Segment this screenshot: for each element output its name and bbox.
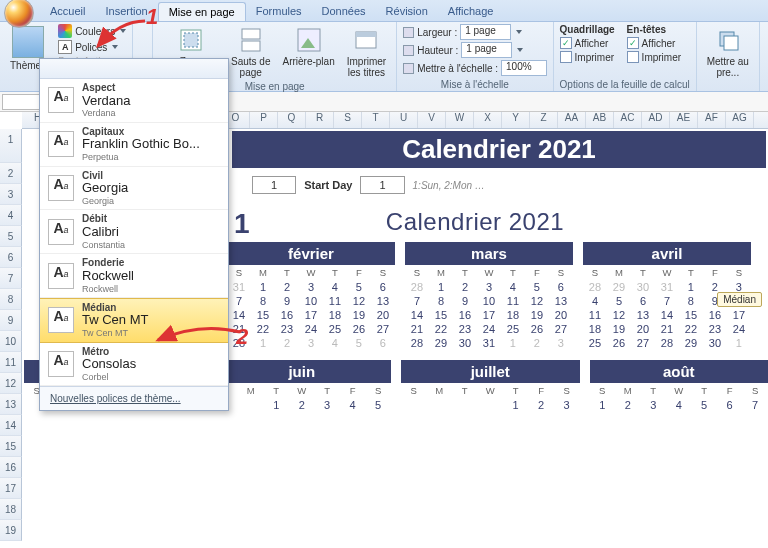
- chevron-down-icon: [517, 48, 523, 52]
- col-AD[interactable]: AD: [642, 112, 670, 128]
- background-button[interactable]: Arrière-plan: [278, 24, 338, 69]
- row-3[interactable]: 3: [0, 184, 22, 205]
- row-1[interactable]: 1: [0, 129, 22, 163]
- group-scale: Largeur :1 page Hauteur :1 page Mettre à…: [397, 22, 553, 91]
- callout-1: 1: [146, 4, 158, 30]
- col-W[interactable]: W: [446, 112, 474, 128]
- col-AC[interactable]: AC: [614, 112, 642, 128]
- subtitle: 1Calendrier 2021: [182, 200, 768, 242]
- col-AG[interactable]: AG: [726, 112, 754, 128]
- tab-révision[interactable]: Révision: [376, 2, 438, 21]
- col-S[interactable]: S: [334, 112, 362, 128]
- col-X[interactable]: X: [474, 112, 502, 128]
- print-titles-icon: [352, 26, 380, 54]
- row-18[interactable]: 18: [0, 499, 22, 520]
- svg-rect-9: [724, 36, 738, 50]
- month-header: juillet: [401, 360, 580, 383]
- col-R[interactable]: R: [306, 112, 334, 128]
- start-day-box[interactable]: 1: [360, 176, 404, 194]
- row-9[interactable]: 9: [0, 310, 22, 331]
- col-Y[interactable]: Y: [502, 112, 530, 128]
- row-16[interactable]: 16: [0, 457, 22, 478]
- row-17[interactable]: 17: [0, 478, 22, 499]
- banner-title: Calendrier 2021: [232, 131, 766, 168]
- month-header: mars: [405, 242, 573, 265]
- font-item-fonderie[interactable]: AaFonderieRockwellRockwell: [40, 254, 228, 298]
- font-swatch-icon: Aa: [48, 175, 74, 201]
- group-label: Options de la feuille de calcul: [560, 78, 690, 90]
- month-août: aoûtSMTWTFS1234567: [590, 360, 769, 412]
- grid-print-check[interactable]: Imprimer: [560, 51, 615, 63]
- col-AA[interactable]: AA: [558, 112, 586, 128]
- col-Q[interactable]: Q: [278, 112, 306, 128]
- row-19[interactable]: 19: [0, 520, 22, 541]
- background-icon: [295, 26, 323, 54]
- arrange-button[interactable]: Mettre au pre...: [703, 24, 753, 80]
- height-icon: [403, 45, 414, 56]
- svg-rect-3: [242, 41, 260, 51]
- row-7[interactable]: 7: [0, 268, 22, 289]
- row-5[interactable]: 5: [0, 226, 22, 247]
- chevron-down-icon: [516, 30, 522, 34]
- row-4[interactable]: 4: [0, 205, 22, 226]
- row-12[interactable]: 12: [0, 373, 22, 394]
- row-2[interactable]: 2: [0, 163, 22, 184]
- font-item-débit[interactable]: AaDébitCalibriConstantia: [40, 210, 228, 254]
- row-headers[interactable]: 12345678910111213141516171819: [0, 129, 22, 541]
- month-mars: marsSMTWTFS28123456789101112131415161718…: [405, 242, 573, 350]
- col-V[interactable]: V: [418, 112, 446, 128]
- font-item-capitaux[interactable]: AaCapitauxFranklin Gothic Bo...Perpetua: [40, 123, 228, 167]
- width-select[interactable]: 1 page: [460, 24, 511, 40]
- height-select[interactable]: 1 page: [461, 42, 512, 58]
- scale-select[interactable]: 100%: [501, 60, 547, 76]
- font-swatch-icon: Aa: [48, 263, 74, 289]
- col-U[interactable]: U: [390, 112, 418, 128]
- fonts-dropdown[interactable]: AaAspectVerdanaVerdanaAaCapitauxFranklin…: [39, 58, 229, 411]
- group-label: Mise à l'échelle: [403, 78, 546, 90]
- grid-show-check[interactable]: ✓Afficher: [560, 37, 615, 49]
- month-header: juin: [213, 360, 392, 383]
- print-area-icon: [177, 26, 205, 54]
- font-swatch-icon: Aa: [48, 307, 74, 333]
- themes-icon: [12, 26, 44, 58]
- group-arrange: Mettre au pre...: [697, 22, 760, 91]
- fonts-icon: A: [58, 40, 72, 54]
- start-day-note: 1:Sun, 2:Mon …: [413, 180, 485, 191]
- row-8[interactable]: 8: [0, 289, 22, 310]
- year-box[interactable]: 1: [252, 176, 296, 194]
- colors-icon: [58, 24, 72, 38]
- row-10[interactable]: 10: [0, 331, 22, 352]
- month-header: avril: [583, 242, 751, 265]
- font-item-aspect[interactable]: AaAspectVerdanaVerdana: [40, 79, 228, 123]
- new-theme-fonts[interactable]: Nouvelles polices de thème...: [40, 386, 228, 410]
- month-juin: juinSMTWTFS12345: [213, 360, 392, 412]
- col-AE[interactable]: AE: [670, 112, 698, 128]
- tab-mise-en-page[interactable]: Mise en page: [158, 2, 246, 21]
- tab-accueil[interactable]: Accueil: [40, 2, 95, 21]
- row-15[interactable]: 15: [0, 436, 22, 457]
- col-AF[interactable]: AF: [698, 112, 726, 128]
- col-T[interactable]: T: [362, 112, 390, 128]
- row-13[interactable]: 13: [0, 394, 22, 415]
- col-P[interactable]: P: [250, 112, 278, 128]
- font-item-civil[interactable]: AaCivilGeorgiaGeorgia: [40, 167, 228, 211]
- row-11[interactable]: 11: [0, 352, 22, 373]
- print-titles-button[interactable]: Imprimer les titres: [343, 24, 390, 80]
- tab-formules[interactable]: Formules: [246, 2, 312, 21]
- month-header: février: [227, 242, 395, 265]
- group-sheet-options: Quadrillage ✓Afficher Imprimer En-têtes …: [554, 22, 697, 91]
- breaks-button[interactable]: Sauts de page: [227, 24, 274, 80]
- headers-show-check[interactable]: ✓Afficher: [627, 37, 681, 49]
- col-AB[interactable]: AB: [586, 112, 614, 128]
- headers-header: En-têtes: [627, 24, 681, 35]
- row-14[interactable]: 14: [0, 415, 22, 436]
- month-header: août: [590, 360, 769, 383]
- tab-affichage[interactable]: Affichage: [438, 2, 504, 21]
- row-6[interactable]: 6: [0, 247, 22, 268]
- headers-print-check[interactable]: Imprimer: [627, 51, 681, 63]
- month-février: févrierSMTWTFS31123456789101112131415161…: [227, 242, 395, 350]
- font-swatch-icon: Aa: [48, 351, 74, 377]
- tab-données[interactable]: Données: [312, 2, 376, 21]
- col-Z[interactable]: Z: [530, 112, 558, 128]
- months-row-1: févrierSMTWTFS31123456789101112131415161…: [227, 242, 768, 350]
